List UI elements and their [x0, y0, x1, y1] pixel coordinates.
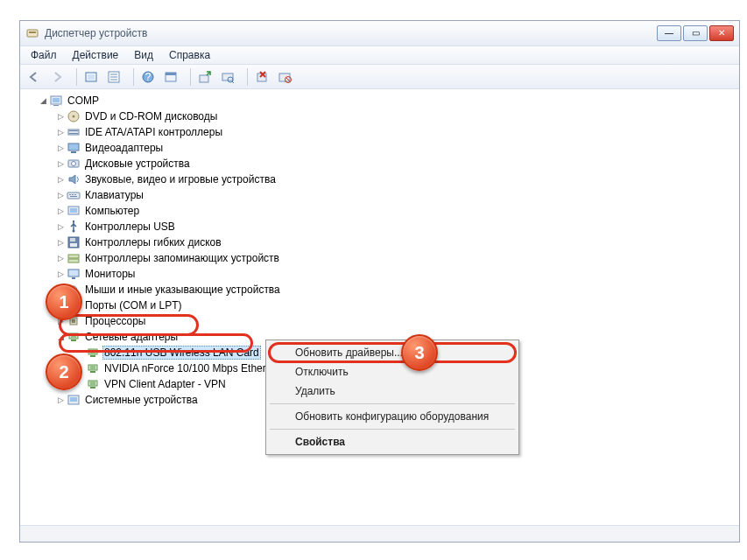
category-icon	[67, 235, 81, 249]
annotation-badge-1: 1	[46, 284, 82, 320]
collapse-icon[interactable]: ◢	[38, 96, 48, 105]
category-label: Дисковые устройства	[83, 158, 192, 170]
ctx-disable[interactable]: Отключить	[269, 362, 516, 382]
ctx-update-drivers[interactable]: Обновить драйверы...	[268, 342, 517, 363]
svg-rect-46	[68, 255, 79, 258]
title-bar[interactable]: Диспетчер устройств — ▭ ✕	[20, 21, 739, 46]
expand-icon[interactable]: ▷	[55, 206, 66, 215]
view-button[interactable]	[160, 66, 181, 88]
ctx-rescan[interactable]: Обновить конфигурацию оборудования	[269, 407, 516, 426]
maximize-button[interactable]: ▭	[683, 25, 708, 41]
forward-button[interactable]	[46, 66, 67, 88]
svg-line-15	[232, 81, 234, 83]
expand-icon[interactable]: ▷	[55, 159, 66, 168]
show-hidden-button[interactable]	[81, 66, 102, 88]
back-button[interactable]	[24, 66, 45, 88]
tree-category[interactable]: ▷Клавиатуры	[22, 187, 737, 203]
expand-icon[interactable]: ▷	[55, 191, 66, 200]
expand-icon[interactable]: ▷	[55, 175, 66, 184]
svg-rect-28	[69, 130, 78, 131]
uninstall-button[interactable]	[251, 66, 272, 88]
category-icon	[67, 172, 81, 186]
maximize-icon: ▭	[692, 29, 700, 38]
app-icon	[25, 26, 39, 40]
device-label: NVIDIA nForce 10/100 Mbps Ethernet	[102, 362, 282, 374]
category-icon	[67, 267, 81, 281]
svg-rect-40	[70, 208, 77, 213]
category-label: Процессоры	[83, 315, 148, 327]
minimize-button[interactable]: —	[657, 25, 681, 41]
expand-icon[interactable]: ▷	[55, 270, 66, 278]
update-driver-button[interactable]	[194, 66, 215, 88]
disable-button[interactable]	[274, 66, 295, 88]
menu-help[interactable]: Справка	[162, 47, 217, 63]
svg-rect-24	[53, 105, 59, 106]
tree-category[interactable]: ▷Контроллеры гибких дисков	[22, 234, 737, 250]
tree-category[interactable]: ▷Контроллеры запоминающих устройств	[22, 250, 737, 266]
svg-rect-29	[69, 133, 78, 134]
toolbar: ?	[20, 65, 739, 89]
help-button[interactable]: ?	[137, 66, 159, 88]
svg-rect-30	[68, 144, 79, 150]
svg-rect-27	[68, 130, 79, 135]
ctx-properties[interactable]: Свойства	[269, 432, 516, 452]
tree-category[interactable]: ▷IDE ATA/ATAPI контроллеры	[22, 124, 737, 140]
annotation-badge-3: 3	[401, 334, 438, 371]
category-icon	[67, 188, 81, 202]
tree-category[interactable]: ▷DVD и CD-ROM дисководы	[22, 108, 737, 124]
expand-icon[interactable]: ▷	[55, 112, 66, 121]
menu-view[interactable]: Вид	[127, 47, 160, 63]
context-menu: Обновить драйверы... Отключить Удалить О…	[265, 340, 519, 455]
expand-icon[interactable]: ▷	[55, 396, 66, 404]
category-label: Системные устройства	[83, 394, 200, 406]
menu-action[interactable]: Действие	[66, 47, 126, 63]
svg-rect-61	[88, 349, 97, 354]
tree-category[interactable]: ▷Мониторы	[22, 266, 737, 282]
category-label: Мониторы	[83, 268, 137, 280]
window-title: Диспетчер устройств	[45, 27, 657, 39]
ctx-remove[interactable]: Удалить	[269, 382, 516, 401]
tree-root[interactable]: ◢ COMP	[22, 93, 737, 108]
svg-rect-3	[88, 74, 95, 80]
tree-category[interactable]: ▷Порты (COM и LPT)	[22, 298, 737, 313]
expand-icon[interactable]: ▷	[55, 254, 66, 262]
category-label: DVD и CD-ROM дисководы	[83, 110, 219, 122]
svg-text:?: ?	[145, 71, 152, 83]
category-label: Контроллеры USB	[83, 220, 177, 233]
category-label: Компьютер	[83, 205, 141, 217]
tree-category[interactable]: ▷Звуковые, видео и игровые устройства	[22, 172, 737, 187]
close-icon: ✕	[718, 29, 725, 38]
svg-rect-11	[166, 73, 176, 75]
expand-icon[interactable]: ▷	[55, 238, 66, 247]
expand-icon[interactable]: ▷	[55, 222, 66, 231]
device-icon	[86, 346, 100, 360]
expand-icon[interactable]: ▷	[55, 128, 66, 136]
expand-icon[interactable]: ◢	[55, 332, 66, 341]
close-button[interactable]: ✕	[709, 25, 734, 41]
tree-category[interactable]: ▷Дисковые устройства	[22, 156, 737, 172]
tree-category[interactable]: ▷Видеоадаптеры	[22, 140, 737, 156]
category-icon	[67, 393, 81, 407]
tree-category[interactable]: ▷Процессоры	[22, 313, 737, 329]
tree-category[interactable]: ▷Мыши и иные указывающие устройства	[22, 282, 737, 298]
category-icon	[67, 125, 81, 139]
svg-rect-74	[70, 397, 77, 402]
category-label: Клавиатуры	[83, 189, 145, 201]
category-label: Сетевые адаптеры	[83, 331, 180, 343]
tree-category[interactable]: ▷Компьютер	[22, 203, 737, 219]
svg-rect-58	[71, 340, 76, 341]
category-icon	[67, 157, 81, 171]
scan-hardware-button[interactable]	[217, 66, 238, 88]
device-tree[interactable]: ◢ COMP ▷DVD и CD-ROM дисководы▷IDE ATA/A…	[20, 89, 739, 526]
properties-button[interactable]	[103, 66, 124, 88]
device-label: 802.11n USB Wireless LAN Card	[102, 346, 261, 360]
tree-category[interactable]: ▷Контроллеры USB	[22, 219, 737, 234]
category-label: Контроллеры запоминающих устройств	[83, 252, 281, 264]
menu-file[interactable]: Файл	[24, 47, 64, 63]
svg-rect-34	[67, 192, 80, 199]
expand-icon[interactable]: ▷	[55, 144, 66, 152]
svg-rect-36	[72, 194, 74, 195]
svg-rect-49	[72, 277, 75, 279]
separator	[270, 429, 515, 430]
category-icon	[67, 220, 81, 234]
